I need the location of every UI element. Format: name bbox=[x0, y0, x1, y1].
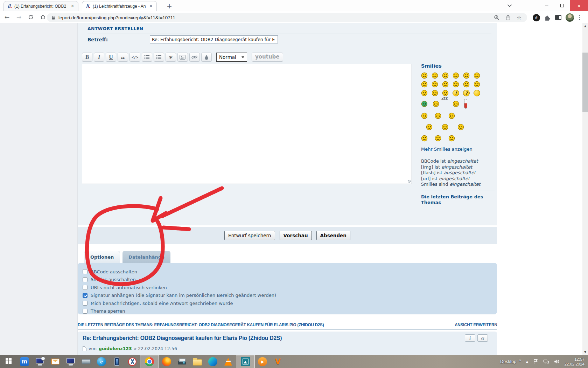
taskbar-internet-explorer[interactable]: e bbox=[94, 355, 109, 368]
taskbar-file-explorer[interactable] bbox=[190, 355, 205, 368]
smiley-blush[interactable] bbox=[435, 113, 441, 119]
taskbar-vlc[interactable] bbox=[220, 355, 236, 368]
quote-button[interactable]: “ bbox=[118, 53, 128, 62]
taskbar-virtualdub[interactable]: V bbox=[270, 355, 286, 368]
tab-search-chevron-icon[interactable] bbox=[506, 3, 513, 9]
smiley-giggle[interactable] bbox=[421, 113, 428, 119]
checkbox-notify-reply[interactable] bbox=[83, 301, 88, 306]
taskbar-chrome-active[interactable] bbox=[140, 355, 159, 368]
taskbar-scanner[interactable] bbox=[78, 355, 94, 368]
scroll-up-icon[interactable]: ▲ bbox=[582, 23, 588, 29]
tab-optionen[interactable]: Optionen bbox=[84, 251, 120, 263]
lock-icon[interactable] bbox=[51, 15, 56, 20]
smiley-exclaim[interactable]: ! bbox=[453, 90, 459, 96]
taskbar-clock[interactable]: 12:57 22.02.2024 bbox=[564, 357, 584, 367]
start-button[interactable] bbox=[0, 355, 17, 368]
browser-tab-2-active[interactable]: (1) Leichtkraftfahrzeuge - Antwor × bbox=[82, 1, 157, 11]
smiley-idea[interactable] bbox=[474, 90, 480, 96]
bookmark-star-icon[interactable]: ☆ bbox=[515, 14, 523, 21]
more-smilies-link[interactable]: Mehr Smilies anzeigen bbox=[421, 146, 495, 152]
taskbar-firefox[interactable] bbox=[159, 355, 174, 368]
browser-tab-1[interactable]: (1) Erfahungsbericht: ODB2 Diag × bbox=[4, 1, 78, 11]
zoom-page-icon[interactable] bbox=[493, 14, 500, 21]
smiley-eek[interactable] bbox=[463, 72, 470, 79]
scrollbar-thumb[interactable] bbox=[582, 53, 588, 112]
post-title-link[interactable]: Re: Erfahungsbericht: ODB2 Diagnosegerät… bbox=[83, 335, 282, 341]
smiley-whistle[interactable] bbox=[442, 124, 448, 130]
share-icon[interactable] bbox=[504, 14, 512, 21]
smiley-green-grin[interactable] bbox=[421, 101, 428, 107]
smiley-sad[interactable] bbox=[442, 72, 449, 79]
desktop-toolbar-label[interactable]: Desktop bbox=[500, 359, 516, 364]
extensions-puzzle-icon[interactable] bbox=[544, 14, 551, 21]
underline-button[interactable]: U bbox=[106, 53, 116, 62]
taskbar-media-player[interactable]: ▶ bbox=[255, 355, 270, 368]
smiley-rofl[interactable] bbox=[448, 113, 455, 119]
checkbox-no-url-link[interactable] bbox=[83, 285, 88, 290]
browser-menu-icon[interactable] bbox=[578, 15, 582, 20]
checkbox-lock-topic[interactable] bbox=[83, 309, 88, 314]
list-item-button[interactable]: * bbox=[166, 53, 176, 62]
textarea-resize-handle[interactable] bbox=[408, 180, 411, 183]
taskbar-computer[interactable] bbox=[63, 355, 78, 368]
taskbar-remote-desktop[interactable] bbox=[32, 355, 48, 368]
smiley-pout[interactable] bbox=[457, 124, 464, 130]
url-text[interactable]: lepori.de/forum/posting.php?mode=reply&f… bbox=[58, 15, 489, 20]
profile-avatar[interactable] bbox=[566, 13, 574, 22]
toolbar-overflow-chevron[interactable]: » bbox=[519, 358, 521, 363]
tab-dateianhaenge[interactable]: Dateianhänge bbox=[122, 251, 170, 263]
taskbar-snipping-tool[interactable] bbox=[125, 355, 140, 368]
checkbox-smilies-off[interactable] bbox=[83, 277, 88, 282]
preview-button[interactable]: Vorschau bbox=[280, 231, 312, 240]
new-tab-button[interactable]: + bbox=[165, 2, 174, 11]
ordered-list-button[interactable] bbox=[154, 53, 164, 62]
extension-e-icon[interactable]: e bbox=[533, 14, 540, 21]
taskbar-phone[interactable] bbox=[109, 355, 125, 368]
smiley-doh[interactable] bbox=[435, 135, 441, 142]
smiley-haha[interactable] bbox=[442, 81, 449, 88]
taskbar-mail[interactable] bbox=[48, 355, 63, 368]
format-select[interactable]: Normal bbox=[216, 53, 247, 62]
side-panel-icon[interactable] bbox=[555, 14, 562, 21]
checkbox-bbcode-off[interactable] bbox=[83, 269, 88, 274]
smiley-evil[interactable] bbox=[421, 90, 428, 96]
action-center-flag-icon[interactable] bbox=[533, 359, 539, 364]
smiley-thermometer[interactable] bbox=[464, 99, 467, 109]
taskbar-edge[interactable] bbox=[205, 355, 220, 368]
scroll-down-icon[interactable]: ▼ bbox=[582, 349, 588, 355]
list-button[interactable] bbox=[142, 53, 152, 62]
youtube-button[interactable]: youtube bbox=[252, 53, 283, 62]
link-button[interactable] bbox=[189, 53, 200, 62]
smiley-smile[interactable] bbox=[432, 72, 438, 79]
expand-view-link[interactable]: ANSICHT ERWEITERN bbox=[455, 322, 497, 327]
smiley-grin[interactable] bbox=[421, 72, 428, 79]
post-info-button[interactable]: i bbox=[465, 334, 475, 342]
forward-icon[interactable]: → bbox=[14, 12, 24, 22]
topic-review-title-link[interactable]: DIE LETZTEN BEITRÄGE DES THEMAS: ERFAHUN… bbox=[78, 322, 324, 327]
vertical-scrollbar[interactable]: ▲ ▼ bbox=[582, 23, 588, 355]
tray-expand-icon[interactable]: ▲ bbox=[526, 360, 528, 363]
window-close-button[interactable]: × bbox=[570, 0, 588, 11]
smiley-neutral[interactable] bbox=[474, 72, 480, 79]
post-quote-button[interactable]: “ bbox=[477, 334, 488, 342]
taskbar-printer[interactable] bbox=[174, 355, 190, 368]
smiley-question[interactable]: ? bbox=[463, 90, 470, 96]
send-button[interactable]: Absenden bbox=[316, 231, 350, 240]
smiley-rolleyes[interactable] bbox=[432, 90, 438, 96]
smiley-biggrin[interactable] bbox=[453, 72, 459, 79]
smiley-wink[interactable] bbox=[442, 90, 449, 96]
window-minimize-button[interactable]: – bbox=[539, 0, 554, 11]
font-color-button[interactable] bbox=[201, 53, 212, 62]
smiley-cry[interactable] bbox=[421, 135, 428, 142]
taskbar-photos-active[interactable] bbox=[236, 355, 255, 368]
code-button[interactable]: </> bbox=[130, 53, 140, 62]
back-icon[interactable]: ← bbox=[2, 12, 12, 22]
smiley-think[interactable] bbox=[448, 135, 455, 142]
smiley-angry[interactable] bbox=[463, 81, 470, 88]
taskbar-maxthon[interactable]: m bbox=[17, 355, 32, 368]
last-posts-link[interactable]: Die letzten Beiträge des Themas bbox=[421, 194, 484, 205]
tab-close-icon[interactable]: × bbox=[148, 4, 154, 9]
italic-button[interactable]: I bbox=[94, 53, 104, 62]
network-icon[interactable] bbox=[543, 359, 549, 364]
smiley-monocle[interactable] bbox=[453, 101, 459, 107]
